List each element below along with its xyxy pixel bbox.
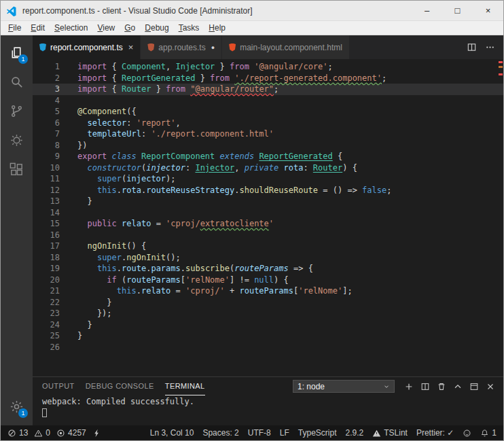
line-number[interactable]: 14 [33, 207, 71, 219]
code-line[interactable]: 20 if (routeParams['relNome'] != null) { [33, 275, 503, 286]
menu-go[interactable]: Go [120, 23, 140, 33]
line-number[interactable]: 6 [33, 118, 71, 129]
line-number[interactable]: 25 [33, 330, 71, 342]
panel-tab-output[interactable]: OUTPUT [42, 377, 75, 395]
line-number[interactable]: 26 [33, 342, 71, 353]
status-indentation[interactable]: Spaces: 2 [202, 428, 238, 438]
overview-ruler[interactable] [497, 59, 503, 376]
line-number[interactable]: 9 [33, 151, 71, 162]
line-number[interactable]: 20 [33, 275, 71, 286]
menu-edit[interactable]: Edit [26, 23, 50, 33]
code-line[interactable]: 17 ngOnInit() { [33, 241, 503, 252]
minimize-button[interactable]: – [412, 1, 442, 20]
status-warnings[interactable]: 0 [34, 428, 50, 438]
line-number[interactable]: 13 [33, 196, 71, 207]
maximize-button[interactable]: □ [442, 1, 473, 20]
line-number[interactable]: 4 [33, 95, 71, 107]
line-number[interactable]: 5 [33, 106, 71, 118]
code-line[interactable]: 21 this.relato = 'cproj/' + routeParams[… [33, 285, 503, 297]
status-language-mode[interactable]: TypeScript [298, 428, 337, 438]
close-button[interactable]: × [473, 1, 503, 20]
code-line[interactable]: 2import { ReportGenerated } from './repo… [33, 73, 503, 84]
status-tslint[interactable]: TSLint [372, 428, 408, 438]
code-line[interactable]: 23 }); [33, 308, 503, 319]
menu-selection[interactable]: Selection [50, 23, 92, 33]
maximize-panel-button[interactable] [469, 382, 479, 391]
close-button[interactable] [486, 382, 495, 391]
status-errors[interactable]: 13 [7, 428, 28, 438]
code-line[interactable]: 19 this.route.params.subscribe(routePara… [33, 263, 503, 275]
line-number[interactable]: 18 [33, 252, 71, 264]
code-line[interactable]: 15 public relato = 'cproj/extratocliente… [33, 218, 503, 230]
code-line[interactable]: 13 } [33, 196, 503, 207]
menu-help[interactable]: Help [204, 23, 230, 33]
status-bolt[interactable] [92, 429, 101, 438]
activity-extensions[interactable] [1, 155, 33, 184]
tab-app-routes-ts[interactable]: app.routes.ts● [141, 35, 222, 59]
menu-view[interactable]: View [92, 23, 120, 33]
line-number[interactable]: 3 [33, 84, 71, 95]
activity-settings[interactable]: 1 [1, 392, 33, 421]
menu-tasks[interactable]: Tasks [174, 23, 204, 33]
status-eol[interactable]: LF [280, 428, 289, 438]
code-line[interactable]: 9export class ReportComponent extends Re… [33, 151, 503, 162]
status-encoding[interactable]: UTF-8 [248, 428, 271, 438]
activity-search[interactable] [1, 67, 33, 96]
activity-debug[interactable] [1, 126, 33, 155]
line-number[interactable]: 19 [33, 263, 71, 275]
code-line[interactable]: 24 } [33, 319, 503, 331]
line-number[interactable]: 10 [33, 162, 71, 174]
line-number[interactable]: 1 [33, 61, 71, 73]
line-number[interactable]: 8 [33, 140, 71, 152]
line-number[interactable]: 16 [33, 230, 71, 241]
code-editor[interactable]: 1import { Component, Injector } from '@a… [33, 59, 503, 376]
line-number[interactable]: 7 [33, 128, 71, 140]
code-line[interactable]: 6 selector: 'report', [33, 118, 503, 129]
line-number[interactable]: 21 [33, 285, 71, 297]
tab-main-layout-component-html[interactable]: main-layout.component.html [222, 35, 350, 59]
code-line[interactable]: 1import { Component, Injector } from '@a… [33, 61, 503, 73]
trash-button[interactable] [437, 382, 446, 391]
status-notifications[interactable]: 1 [480, 428, 497, 438]
more-actions-button[interactable] [485, 42, 495, 52]
code-line[interactable]: 18 super.ngOnInit(); [33, 252, 503, 264]
terminal[interactable]: webpack: Compiled successfully. [33, 395, 503, 417]
split-editor-button[interactable] [467, 42, 477, 52]
chevron-up-button[interactable] [453, 382, 463, 391]
line-number[interactable]: 23 [33, 308, 71, 319]
line-number[interactable]: 12 [33, 185, 71, 196]
menu-file[interactable]: File [3, 23, 26, 33]
status-feedback[interactable] [463, 429, 471, 438]
code-line[interactable]: 7 templateUrl: './report.component.html' [33, 128, 503, 140]
menu-debug[interactable]: Debug [140, 23, 173, 33]
line-number[interactable]: 22 [33, 297, 71, 308]
status-ts-version[interactable]: 2.9.2 [346, 428, 364, 438]
code-line[interactable]: 26 [33, 342, 503, 353]
code-line[interactable]: 3import { Router } from "@angular/router… [33, 84, 503, 95]
line-number[interactable]: 24 [33, 319, 71, 331]
line-number[interactable]: 2 [33, 73, 71, 84]
code-line[interactable]: 16 [33, 230, 503, 241]
panel-tab-terminal[interactable]: TERMINAL [165, 377, 205, 395]
code-line[interactable]: 14 [33, 207, 503, 219]
code-line[interactable]: 11 super(injector); [33, 173, 503, 185]
status-prettier[interactable]: Prettier: ✓ [416, 428, 454, 438]
code-line[interactable]: 12 this.rota.routeReuseStrategy.shouldRe… [33, 185, 503, 196]
terminal-select[interactable]: 1: node [293, 380, 395, 393]
plus-button[interactable] [404, 382, 414, 391]
split-button[interactable] [420, 382, 430, 391]
code-line[interactable]: 8}) [33, 140, 503, 152]
code-line[interactable]: 25} [33, 330, 503, 342]
status-cursor-position[interactable]: Ln 3, Col 10 [150, 428, 194, 438]
tab-report-component-ts[interactable]: report.component.ts× [33, 35, 141, 59]
status-counter[interactable]: 4257 [56, 428, 86, 438]
activity-explorer[interactable]: 1 [1, 38, 33, 67]
line-number[interactable]: 11 [33, 173, 71, 185]
close-tab-button[interactable]: × [128, 42, 134, 52]
activity-source-control[interactable] [1, 96, 33, 126]
code-line[interactable]: 10 constructor(injector: Injector, priva… [33, 162, 503, 174]
code-line[interactable]: 4 [33, 95, 503, 107]
panel-tab-debug-console[interactable]: DEBUG CONSOLE [86, 377, 154, 395]
line-number[interactable]: 15 [33, 218, 71, 230]
line-number[interactable]: 17 [33, 241, 71, 252]
